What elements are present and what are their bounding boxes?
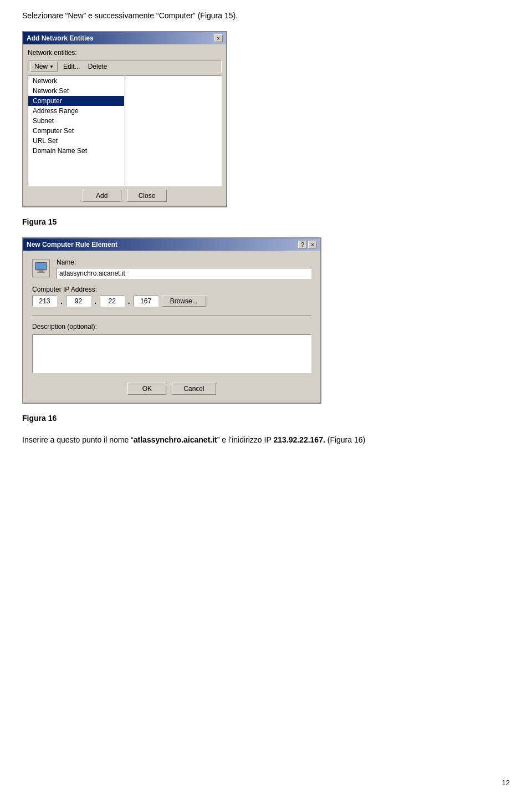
cancel-button[interactable]: Cancel	[172, 383, 216, 395]
ip-label: Computer IP Address:	[32, 286, 311, 293]
dialog1-bottom-buttons: Add Close	[28, 190, 222, 202]
computer-svg	[33, 261, 49, 276]
bottom-part1: Inserire a questo punto il nome “	[22, 435, 134, 444]
list-container: Network Network Set Computer Address Ran…	[28, 75, 222, 186]
divider	[32, 316, 311, 316]
add-button[interactable]: Add	[83, 190, 121, 202]
list-item[interactable]: Network Set	[28, 86, 124, 96]
dialog1-titlebar-buttons: ×	[214, 34, 223, 42]
ip-dot-2: .	[94, 297, 96, 306]
ip-dot-1: .	[60, 297, 63, 306]
svg-rect-3	[37, 272, 45, 273]
list-item[interactable]: Domain Name Set	[28, 146, 124, 156]
list-item-computer-set[interactable]: Computer Set	[28, 126, 124, 136]
dialog1-body: Network entities: New ▼ Edit... Delete N…	[23, 44, 226, 206]
dialog2-title: New Computer Rule Element	[27, 241, 298, 248]
ip-octet-3[interactable]	[100, 296, 125, 307]
delete-button[interactable]: Delete	[86, 62, 110, 71]
bottom-part2: ” e l’inidirizzo IP	[217, 435, 274, 444]
edit-button[interactable]: Edit...	[61, 62, 83, 71]
add-network-entities-dialog: Add Network Entities × Network entities:…	[22, 31, 227, 207]
svg-rect-2	[39, 270, 43, 272]
ip-dot-3: .	[128, 297, 130, 306]
ip-octet-1[interactable]	[32, 296, 57, 307]
description-label: Description (optional):	[32, 323, 311, 331]
figura15-label: Figura 15	[22, 217, 510, 226]
list-item[interactable]: Subnet	[28, 116, 124, 126]
dialog2-help-button[interactable]: ?	[298, 241, 307, 248]
name-label: Name:	[57, 258, 311, 266]
name-input[interactable]	[57, 268, 311, 279]
ip-row: . . . Browse...	[32, 296, 311, 307]
dialog1-title: Add Network Entities	[27, 34, 214, 42]
new-arrow-icon: ▼	[49, 64, 54, 69]
ok-cancel-row: OK Cancel	[32, 383, 311, 395]
dialog2-titlebar-buttons: ? ×	[298, 241, 317, 248]
list-item[interactable]: Address Range	[28, 106, 124, 116]
bottom-part3: (Figura 16)	[325, 435, 365, 444]
dialog2-close-button[interactable]: ×	[308, 241, 317, 248]
computer-icon	[32, 260, 50, 277]
list-item[interactable]: URL Set	[28, 136, 124, 146]
dialog2-body: Name: Computer IP Address: . . . Browse.…	[23, 251, 320, 403]
list-item[interactable]: Network	[28, 76, 124, 86]
form-section: Name:	[57, 258, 311, 286]
network-entities-label: Network entities:	[28, 49, 222, 57]
new-label: New	[34, 63, 48, 70]
close-bottom-button[interactable]: Close	[127, 190, 167, 202]
page-number: 12	[502, 779, 510, 787]
dialog2-titlebar: New Computer Rule Element ? ×	[23, 238, 320, 251]
intro-text: Selezionare “New” e successivamente “Com…	[22, 11, 510, 20]
dialog1-close-button[interactable]: ×	[214, 34, 223, 42]
ip-octet-2[interactable]	[66, 296, 91, 307]
svg-rect-1	[36, 263, 46, 270]
browse-button[interactable]: Browse...	[162, 296, 206, 307]
new-button[interactable]: New ▼	[30, 62, 58, 72]
bottom-bold2: 213.92.22.167.	[273, 435, 325, 444]
ip-section: Computer IP Address: . . . Browse...	[32, 286, 311, 307]
toolbar-row: New ▼ Edit... Delete	[28, 60, 222, 73]
figura16-label: Figura 16	[22, 414, 510, 423]
list-item-computer[interactable]: Computer	[28, 96, 124, 106]
entity-list[interactable]: Network Network Set Computer Address Ran…	[28, 75, 125, 186]
ip-octet-4[interactable]	[134, 296, 158, 307]
entity-list-right	[125, 75, 222, 186]
ok-button[interactable]: OK	[127, 383, 166, 395]
new-computer-rule-dialog: New Computer Rule Element ? × Name: Comp…	[22, 237, 321, 404]
description-input[interactable]	[32, 334, 311, 373]
bottom-text: Inserire a questo punto il nome “atlassy…	[22, 434, 510, 446]
dialog1-titlebar: Add Network Entities ×	[23, 32, 226, 44]
bottom-bold1: atlassynchro.aicanet.it	[134, 435, 217, 444]
